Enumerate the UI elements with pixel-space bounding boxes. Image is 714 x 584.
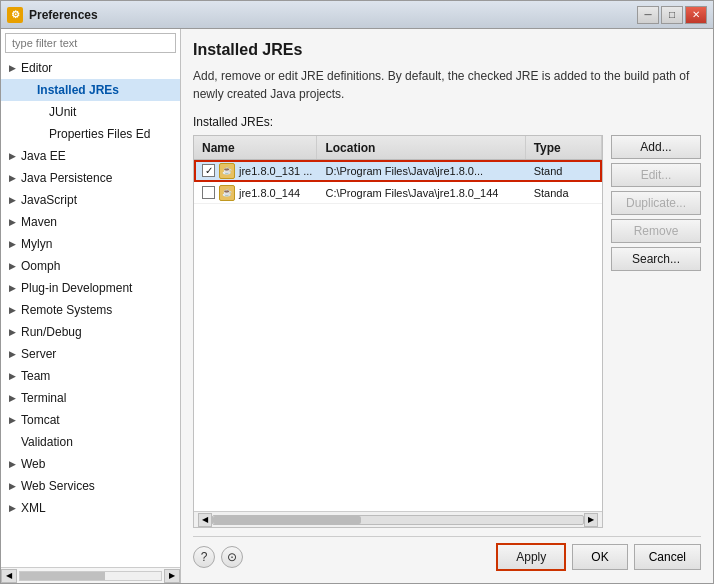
sidebar-item-tomcat[interactable]: ▶ Tomcat bbox=[1, 409, 180, 431]
sidebar-item-team[interactable]: ▶ Team bbox=[1, 365, 180, 387]
scroll-right-btn[interactable]: ▶ bbox=[164, 569, 180, 583]
sidebar-item-label: Team bbox=[21, 367, 50, 385]
jre-cell-location: C:\Program Files\Java\jre1.8.0_144 bbox=[317, 185, 525, 201]
arrow-icon: ▶ bbox=[9, 235, 21, 253]
table-hscroll[interactable]: ◀ ▶ bbox=[194, 511, 602, 527]
table-header: Name Location Type bbox=[194, 136, 602, 160]
sidebar-item-label: Run/Debug bbox=[21, 323, 82, 341]
sidebar-item-label: Validation bbox=[21, 433, 73, 451]
arrow-icon: ▶ bbox=[9, 477, 21, 495]
sidebar-item-label: Terminal bbox=[21, 389, 66, 407]
sidebar-item-installed-jres[interactable]: Installed JREs bbox=[1, 79, 180, 101]
col-header-type: Type bbox=[526, 136, 602, 159]
jre-icon: ☕ bbox=[219, 185, 235, 201]
maximize-button[interactable]: □ bbox=[661, 6, 683, 24]
jre-checkbox[interactable]: ✓ bbox=[202, 164, 215, 177]
table-row[interactable]: ☕ jre1.8.0_144 C:\Program Files\Java\jre… bbox=[194, 182, 602, 204]
hscroll-thumb bbox=[20, 572, 105, 580]
jre-name: jre1.8.0_144 bbox=[239, 187, 300, 199]
scroll-right-btn[interactable]: ▶ bbox=[584, 513, 598, 527]
arrow-icon: ▶ bbox=[9, 499, 21, 517]
sidebar-item-label: JavaScript bbox=[21, 191, 77, 209]
table-body[interactable]: ✓ ☕ jre1.8.0_131 ... D:\Program Files\Ja… bbox=[194, 160, 602, 511]
arrow-icon: ▶ bbox=[9, 213, 21, 231]
hscroll-track[interactable] bbox=[212, 515, 584, 525]
arrow-icon: ▶ bbox=[9, 301, 21, 319]
sidebar-hscroll[interactable]: ◀ ▶ bbox=[1, 567, 180, 583]
sidebar: ▶ Editor Installed JREs JUnit Properties… bbox=[1, 29, 181, 583]
apply-button[interactable]: Apply bbox=[496, 543, 566, 571]
sidebar-item-editor[interactable]: ▶ Editor bbox=[1, 57, 180, 79]
sidebar-item-remote-systems[interactable]: ▶ Remote Systems bbox=[1, 299, 180, 321]
titlebar: ⚙ Preferences ─ □ ✕ bbox=[1, 1, 713, 29]
close-button[interactable]: ✕ bbox=[685, 6, 707, 24]
jre-cell-location: D:\Program Files\Java\jre1.8.0... bbox=[317, 163, 525, 179]
sidebar-item-label: Java EE bbox=[21, 147, 66, 165]
sidebar-item-label: Editor bbox=[21, 59, 52, 77]
ok-button[interactable]: OK bbox=[572, 544, 627, 570]
remove-button[interactable]: Remove bbox=[611, 219, 701, 243]
window-icon: ⚙ bbox=[7, 7, 23, 23]
sidebar-item-java-persistence[interactable]: ▶ Java Persistence bbox=[1, 167, 180, 189]
col-header-location: Location bbox=[317, 136, 525, 159]
arrow-icon: ▶ bbox=[9, 367, 21, 385]
sidebar-item-label: Maven bbox=[21, 213, 57, 231]
arrow-icon: ▶ bbox=[9, 389, 21, 407]
arrow-icon: ▶ bbox=[9, 257, 21, 275]
col-header-name: Name bbox=[194, 136, 317, 159]
sidebar-item-validation[interactable]: Validation bbox=[1, 431, 180, 453]
sidebar-item-label: Server bbox=[21, 345, 56, 363]
sidebar-item-maven[interactable]: ▶ Maven bbox=[1, 211, 180, 233]
info-button[interactable]: ⊙ bbox=[221, 546, 243, 568]
sidebar-item-label: Java Persistence bbox=[21, 169, 112, 187]
jre-cell-type: Standa bbox=[526, 185, 602, 201]
sidebar-item-label: XML bbox=[21, 499, 46, 517]
sidebar-item-properties-files[interactable]: Properties Files Ed bbox=[1, 123, 180, 145]
arrow-icon: ▶ bbox=[9, 455, 21, 473]
sidebar-item-label: Web Services bbox=[21, 477, 95, 495]
cancel-button[interactable]: Cancel bbox=[634, 544, 701, 570]
sidebar-item-plugin-development[interactable]: ▶ Plug-in Development bbox=[1, 277, 180, 299]
scroll-left-btn[interactable]: ◀ bbox=[1, 569, 17, 583]
main-panel: Installed JREs Add, remove or edit JRE d… bbox=[181, 29, 713, 583]
filter-input[interactable] bbox=[5, 33, 176, 53]
jre-icon: ☕ bbox=[219, 163, 235, 179]
edit-button[interactable]: Edit... bbox=[611, 163, 701, 187]
jre-cell-name[interactable]: ☕ jre1.8.0_144 bbox=[194, 183, 317, 203]
add-button[interactable]: Add... bbox=[611, 135, 701, 159]
sidebar-item-server[interactable]: ▶ Server bbox=[1, 343, 180, 365]
sidebar-item-web-services[interactable]: ▶ Web Services bbox=[1, 475, 180, 497]
jre-table: Name Location Type ✓ ☕ jre1.8.0_131 ... bbox=[193, 135, 603, 528]
arrow-icon: ▶ bbox=[9, 411, 21, 429]
jre-name: jre1.8.0_131 ... bbox=[239, 165, 312, 177]
arrow-icon: ▶ bbox=[9, 59, 21, 77]
sidebar-item-label: Plug-in Development bbox=[21, 279, 132, 297]
sidebar-item-xml[interactable]: ▶ XML bbox=[1, 497, 180, 519]
sidebar-item-oomph[interactable]: ▶ Oomph bbox=[1, 255, 180, 277]
sidebar-item-web[interactable]: ▶ Web bbox=[1, 453, 180, 475]
table-section: Name Location Type ✓ ☕ jre1.8.0_131 ... bbox=[193, 135, 701, 528]
sidebar-item-label: Oomph bbox=[21, 257, 60, 275]
sidebar-item-label: Properties Files Ed bbox=[49, 125, 150, 143]
search-button[interactable]: Search... bbox=[611, 247, 701, 271]
jre-cell-name[interactable]: ✓ ☕ jre1.8.0_131 ... bbox=[194, 161, 317, 181]
jre-checkbox[interactable] bbox=[202, 186, 215, 199]
minimize-button[interactable]: ─ bbox=[637, 6, 659, 24]
sidebar-item-javascript[interactable]: ▶ JavaScript bbox=[1, 189, 180, 211]
help-button[interactable]: ? bbox=[193, 546, 215, 568]
hscroll-track[interactable] bbox=[19, 571, 162, 581]
sidebar-item-terminal[interactable]: ▶ Terminal bbox=[1, 387, 180, 409]
sidebar-item-label: Tomcat bbox=[21, 411, 60, 429]
duplicate-button[interactable]: Duplicate... bbox=[611, 191, 701, 215]
preferences-window: ⚙ Preferences ─ □ ✕ ▶ Editor Installed J… bbox=[0, 0, 714, 584]
sidebar-item-label: Web bbox=[21, 455, 45, 473]
sidebar-item-mylyn[interactable]: ▶ Mylyn bbox=[1, 233, 180, 255]
table-row[interactable]: ✓ ☕ jre1.8.0_131 ... D:\Program Files\Ja… bbox=[194, 160, 602, 182]
sidebar-item-junit[interactable]: JUnit bbox=[1, 101, 180, 123]
sidebar-item-run-debug[interactable]: ▶ Run/Debug bbox=[1, 321, 180, 343]
content-area: ▶ Editor Installed JREs JUnit Properties… bbox=[1, 29, 713, 583]
tree-scroll[interactable]: ▶ Editor Installed JREs JUnit Properties… bbox=[1, 57, 180, 567]
scroll-left-btn[interactable]: ◀ bbox=[198, 513, 212, 527]
window-title: Preferences bbox=[29, 8, 637, 22]
sidebar-item-java-ee[interactable]: ▶ Java EE bbox=[1, 145, 180, 167]
